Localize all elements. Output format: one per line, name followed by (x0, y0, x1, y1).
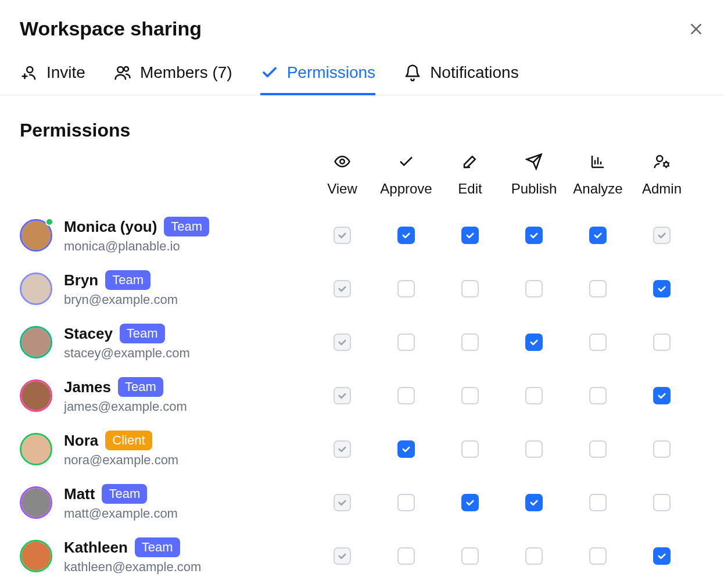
column-header-publish: Publish (502, 153, 566, 209)
close-button[interactable] (688, 21, 704, 37)
perm-publish-checkbox[interactable] (525, 440, 543, 458)
member-email: nora@example.com (64, 453, 178, 468)
member-cell: Bryn Team bryn@example.com (20, 262, 310, 315)
check-icon (397, 153, 415, 173)
column-label: View (327, 181, 357, 197)
perm-admin-checkbox[interactable] (653, 387, 671, 404)
tab-label: Invite (46, 63, 85, 82)
perm-approve-checkbox[interactable] (397, 334, 415, 351)
perm-publish-checkbox[interactable] (525, 334, 543, 351)
column-label: Edit (458, 181, 482, 197)
tabs: Invite Members (7) Permissions Notificat… (0, 63, 724, 95)
member-cell: Matt Team matt@example.com (20, 476, 310, 529)
people-icon (113, 63, 132, 82)
perm-publish-checkbox[interactable] (525, 494, 543, 511)
column-header-edit: Edit (438, 153, 502, 209)
perm-publish-checkbox[interactable] (525, 547, 543, 565)
svg-point-14 (657, 156, 662, 162)
perm-admin-checkbox[interactable] (653, 280, 671, 297)
perm-edit-checkbox[interactable] (461, 547, 479, 565)
member-email: matt@example.com (64, 506, 178, 521)
person-plus-icon (20, 63, 38, 82)
perm-analyze-checkbox[interactable] (589, 494, 607, 511)
svg-point-6 (124, 67, 128, 71)
pencil-icon (461, 153, 479, 173)
avatar (20, 433, 52, 465)
perm-publish-checkbox[interactable] (525, 387, 543, 404)
tab-notifications[interactable]: Notifications (403, 63, 519, 95)
perm-admin-checkbox[interactable] (653, 547, 671, 565)
column-header-analyze: Analyze (566, 153, 630, 209)
perm-approve-checkbox[interactable] (397, 494, 415, 511)
check-icon (260, 63, 279, 82)
perm-view-checkbox (334, 547, 351, 565)
column-label: Analyze (573, 181, 622, 197)
perm-analyze-checkbox[interactable] (589, 547, 607, 565)
role-badge: Team (102, 484, 147, 504)
workspace-sharing-modal: Workspace sharing Invite Members (7) Per… (0, 0, 724, 588)
tab-label: Members (7) (140, 63, 232, 82)
perm-analyze-checkbox[interactable] (589, 387, 607, 404)
bell-icon (403, 63, 422, 82)
perm-view-checkbox (334, 387, 351, 404)
chart-icon (589, 153, 607, 173)
member-email: monica@planable.io (64, 239, 209, 254)
perm-admin-checkbox[interactable] (653, 440, 671, 458)
perm-approve-checkbox[interactable] (397, 547, 415, 565)
member-cell: Monica (you) Team monica@planable.io (20, 209, 310, 262)
perm-analyze-checkbox[interactable] (589, 334, 607, 351)
member-email: stacey@example.com (64, 346, 190, 361)
member-name: Nora (64, 432, 98, 450)
send-icon (525, 153, 543, 173)
perm-publish-checkbox[interactable] (525, 280, 543, 297)
perm-edit-checkbox[interactable] (461, 280, 479, 297)
avatar (20, 486, 52, 519)
perm-approve-checkbox[interactable] (397, 387, 415, 404)
tab-invite[interactable]: Invite (20, 63, 85, 95)
perm-publish-checkbox[interactable] (525, 227, 543, 244)
avatar (20, 326, 52, 358)
member-name: Monica (you) (64, 218, 157, 236)
column-header-view: View (310, 153, 374, 209)
svg-point-15 (664, 162, 669, 167)
perm-analyze-checkbox[interactable] (589, 227, 607, 244)
perm-admin-checkbox[interactable] (653, 494, 671, 511)
member-name: James (64, 378, 111, 396)
perm-approve-checkbox[interactable] (397, 227, 415, 244)
column-label: Publish (511, 181, 557, 197)
perm-analyze-checkbox[interactable] (589, 440, 607, 458)
perm-approve-checkbox[interactable] (397, 280, 415, 297)
avatar (20, 540, 52, 572)
member-cell: Nora Client nora@example.com (20, 422, 310, 476)
role-badge: Team (120, 324, 165, 343)
column-label: Admin (642, 181, 682, 197)
perm-edit-checkbox[interactable] (461, 227, 479, 244)
perm-edit-checkbox[interactable] (461, 334, 479, 351)
perm-edit-checkbox[interactable] (461, 440, 479, 458)
tab-members[interactable]: Members (7) (113, 63, 232, 95)
role-badge: Team (135, 537, 180, 557)
member-name: Stacey (64, 325, 113, 343)
role-badge: Team (118, 377, 163, 397)
member-email: james@example.com (64, 399, 187, 414)
svg-point-7 (340, 159, 345, 164)
member-name: Matt (64, 485, 95, 503)
perm-admin-checkbox[interactable] (653, 334, 671, 351)
tab-label: Permissions (287, 63, 375, 82)
perm-approve-checkbox[interactable] (397, 440, 415, 458)
eye-icon (334, 153, 351, 173)
role-badge: Team (164, 217, 209, 236)
modal-title: Workspace sharing (20, 17, 202, 40)
perm-view-checkbox (334, 494, 351, 511)
svg-point-2 (27, 67, 33, 73)
column-header-admin: Admin (630, 153, 694, 209)
perm-analyze-checkbox[interactable] (589, 280, 607, 297)
admin-icon (653, 153, 671, 173)
online-indicator (45, 218, 53, 226)
svg-point-5 (117, 67, 123, 73)
perm-view-checkbox (334, 227, 351, 244)
perm-edit-checkbox[interactable] (461, 387, 479, 404)
perm-edit-checkbox[interactable] (461, 494, 479, 511)
tab-permissions[interactable]: Permissions (260, 63, 375, 95)
avatar (20, 219, 52, 252)
